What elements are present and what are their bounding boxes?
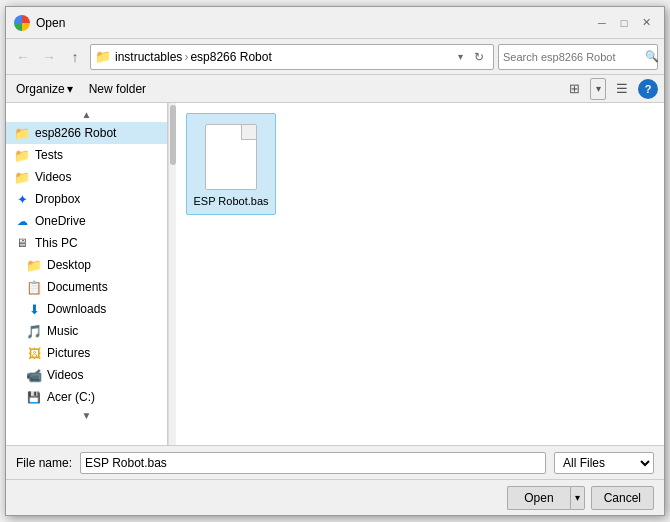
sidebar-item-documents[interactable]: 📋 Documents xyxy=(6,276,167,298)
address-bar[interactable]: 📁 instructables › esp8266 Robot ▾ ↻ xyxy=(90,44,494,70)
file-icon-container xyxy=(201,120,261,190)
filename-input[interactable] xyxy=(80,452,546,474)
sidebar-label-desktop: Desktop xyxy=(47,258,91,272)
address-folder-icon: 📁 xyxy=(95,49,111,64)
folder-yellow-icon: 📁 xyxy=(14,125,30,141)
generic-file-icon xyxy=(205,124,257,190)
drive-icon: 💾 xyxy=(26,389,42,405)
title-bar: Open ─ □ ✕ xyxy=(6,7,664,39)
close-button[interactable]: ✕ xyxy=(636,13,656,33)
sidebar-label-videos2: Videos xyxy=(47,368,83,382)
sidebar-item-videos[interactable]: 📁 Videos xyxy=(6,166,167,188)
breadcrumb-2: esp8266 Robot xyxy=(190,50,271,64)
sidebar-item-onedrive[interactable]: ☁ OneDrive xyxy=(6,210,167,232)
address-dropdown-button[interactable]: ▾ xyxy=(456,51,465,62)
search-bar: 🔍 xyxy=(498,44,658,70)
folder-downloads-icon: ⬇ xyxy=(26,301,42,317)
sidebar-label-onedrive: OneDrive xyxy=(35,214,86,228)
sidebar-label-music: Music xyxy=(47,324,78,338)
folder-pictures-icon: 🖼 xyxy=(26,345,42,361)
folder-videos2-icon: 📹 xyxy=(26,367,42,383)
sidebar-item-tests[interactable]: 📁 Tests xyxy=(6,144,167,166)
sidebar-scrollbar[interactable] xyxy=(168,103,176,445)
folder-desktop-icon: 📁 xyxy=(26,257,42,273)
address-refresh-button[interactable]: ↻ xyxy=(469,47,489,67)
maximize-button[interactable]: □ xyxy=(614,13,634,33)
search-icon-button[interactable]: 🔍 xyxy=(645,50,659,63)
sidebar-label-this-pc: This PC xyxy=(35,236,78,250)
sidebar-item-dropbox[interactable]: ✦ Dropbox xyxy=(6,188,167,210)
back-button[interactable]: ← xyxy=(12,46,34,68)
scroll-up-indicator: ▲ xyxy=(6,107,167,122)
sidebar-item-esp8266-robot[interactable]: 📁 esp8266 Robot xyxy=(6,122,167,144)
details-view-button[interactable]: ☰ xyxy=(610,78,634,100)
forward-button[interactable]: → xyxy=(38,46,60,68)
sidebar-label-videos: Videos xyxy=(35,170,71,184)
filetype-select[interactable]: All Files xyxy=(554,452,654,474)
open-btn-group: Open ▾ xyxy=(507,486,584,510)
sidebar-item-videos2[interactable]: 📹 Videos xyxy=(6,364,167,386)
cancel-button[interactable]: Cancel xyxy=(591,486,654,510)
folder-documents-icon: 📋 xyxy=(26,279,42,295)
view-dropdown-button[interactable]: ▾ xyxy=(590,78,606,100)
address-path: instructables › esp8266 Robot xyxy=(115,50,452,64)
sidebar-label-tests: Tests xyxy=(35,148,63,162)
sidebar-label-downloads: Downloads xyxy=(47,302,106,316)
action-bar: Open ▾ Cancel xyxy=(6,479,664,515)
content-area: ▲ 📁 esp8266 Robot 📁 Tests 📁 Videos ✦ Dro… xyxy=(6,103,664,445)
new-folder-button[interactable]: New folder xyxy=(85,80,150,98)
computer-icon: 🖥 xyxy=(14,235,30,251)
dialog-title: Open xyxy=(36,16,65,30)
filename-label: File name: xyxy=(16,456,72,470)
open-dropdown-button[interactable]: ▾ xyxy=(570,486,585,510)
folder-music-icon: 🎵 xyxy=(26,323,42,339)
sidebar-label-dropbox: Dropbox xyxy=(35,192,80,206)
scroll-down-indicator: ▼ xyxy=(6,408,167,423)
sidebar-label-pictures: Pictures xyxy=(47,346,90,360)
open-dialog: Open ─ □ ✕ ← → ↑ 📁 instructables › esp82… xyxy=(5,6,665,516)
help-button[interactable]: ? xyxy=(638,79,658,99)
filename-bar: File name: All Files xyxy=(6,445,664,479)
minimize-button[interactable]: ─ xyxy=(592,13,612,33)
organize-toolbar: Organize ▾ New folder ⊞ ▾ ☰ ? xyxy=(6,75,664,103)
address-toolbar: ← → ↑ 📁 instructables › esp8266 Robot ▾ … xyxy=(6,39,664,75)
sidebar-item-acer-c[interactable]: 💾 Acer (C:) xyxy=(6,386,167,408)
view-controls: ⊞ ▾ ☰ ? xyxy=(562,78,658,100)
up-button[interactable]: ↑ xyxy=(64,46,86,68)
sidebar-label-documents: Documents xyxy=(47,280,108,294)
folder-tests-icon: 📁 xyxy=(14,147,30,163)
organize-label: Organize xyxy=(16,82,65,96)
sidebar-item-downloads[interactable]: ⬇ Downloads xyxy=(6,298,167,320)
organize-button[interactable]: Organize ▾ xyxy=(12,80,77,98)
organize-arrow: ▾ xyxy=(67,82,73,96)
file-name-label: ESP Robot.bas xyxy=(193,194,268,208)
title-controls: ─ □ ✕ xyxy=(592,13,656,33)
folder-videos-icon: 📁 xyxy=(14,169,30,185)
file-item-esp-robot-bas[interactable]: ESP Robot.bas xyxy=(186,113,276,215)
search-input[interactable] xyxy=(503,51,641,63)
sidebar: ▲ 📁 esp8266 Robot 📁 Tests 📁 Videos ✦ Dro… xyxy=(6,103,168,445)
sidebar-label-acer-c: Acer (C:) xyxy=(47,390,95,404)
sidebar-item-this-pc[interactable]: 🖥 This PC xyxy=(6,232,167,254)
file-area[interactable]: ESP Robot.bas xyxy=(176,103,664,445)
title-bar-left: Open xyxy=(14,15,65,31)
sidebar-item-desktop[interactable]: 📁 Desktop xyxy=(6,254,167,276)
sidebar-item-music[interactable]: 🎵 Music xyxy=(6,320,167,342)
dropbox-icon: ✦ xyxy=(14,191,30,207)
sidebar-label-esp8266-robot: esp8266 Robot xyxy=(35,126,116,140)
onedrive-icon: ☁ xyxy=(14,213,30,229)
view-icon-button[interactable]: ⊞ xyxy=(562,78,586,100)
breadcrumb-1: instructables xyxy=(115,50,182,64)
open-button[interactable]: Open xyxy=(507,486,569,510)
chrome-icon xyxy=(14,15,30,31)
sidebar-item-pictures[interactable]: 🖼 Pictures xyxy=(6,342,167,364)
address-separator: › xyxy=(184,50,188,64)
